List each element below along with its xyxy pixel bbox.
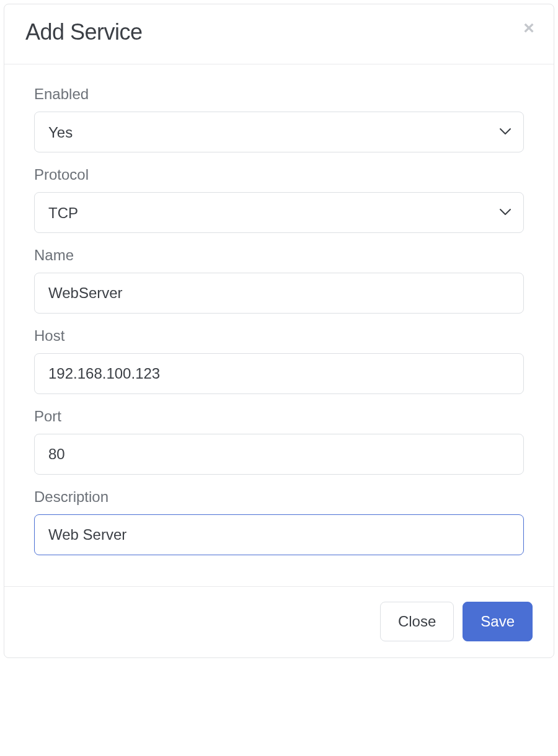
field-enabled: Enabled Yes xyxy=(34,86,524,152)
modal-body: Enabled Yes Protocol TCP xyxy=(4,64,554,575)
protocol-select[interactable]: TCP xyxy=(34,192,524,233)
save-button[interactable]: Save xyxy=(463,602,533,641)
close-icon[interactable]: × xyxy=(520,19,538,37)
protocol-label: Protocol xyxy=(34,166,524,183)
description-label: Description xyxy=(34,488,524,506)
enabled-label: Enabled xyxy=(34,86,524,103)
field-name: Name xyxy=(34,247,524,314)
field-host: Host xyxy=(34,327,524,394)
description-input[interactable] xyxy=(34,514,524,555)
field-port: Port xyxy=(34,408,524,475)
field-description: Description xyxy=(34,488,524,555)
host-input[interactable] xyxy=(34,353,524,394)
add-service-modal: Add Service × Enabled Yes Protocol xyxy=(4,4,554,658)
host-label: Host xyxy=(34,327,524,345)
close-button[interactable]: Close xyxy=(380,602,454,641)
name-input[interactable] xyxy=(34,273,524,314)
modal-footer: Close Save xyxy=(4,586,554,657)
port-input[interactable] xyxy=(34,434,524,475)
modal-title: Add Service xyxy=(25,19,533,45)
modal-header: Add Service × xyxy=(4,4,554,64)
field-protocol: Protocol TCP xyxy=(34,166,524,233)
name-label: Name xyxy=(34,247,524,264)
enabled-select[interactable]: Yes xyxy=(34,112,524,152)
port-label: Port xyxy=(34,408,524,425)
